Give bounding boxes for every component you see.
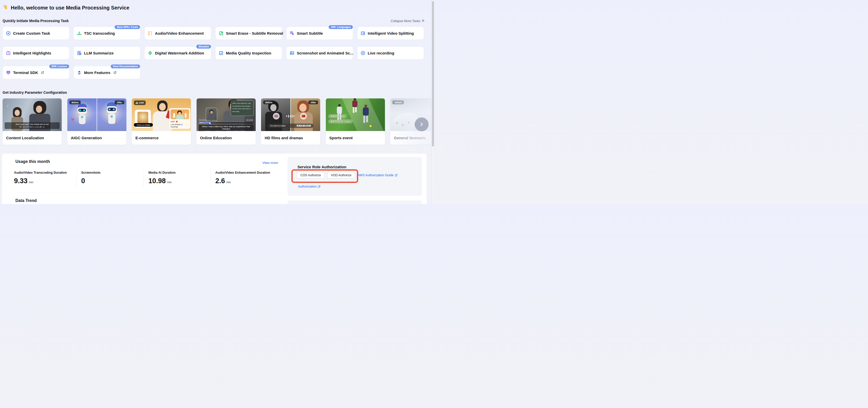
- industry-card-content-localization[interactable]: Aren't you cold? Your hands are so red 寒…: [3, 98, 62, 145]
- svg-text:SDK: SDK: [7, 72, 10, 73]
- stat-value: 10.98: [149, 177, 166, 185]
- industry-card-sports-event[interactable]: 视频源: 5mbps 极速高清处理: 1mbps Sports event: [326, 98, 385, 145]
- external-link-icon: [395, 174, 398, 177]
- waveform: [282, 114, 299, 118]
- task-card-smart-subtitle[interactable]: 100+ Languages Smart Subtitle: [286, 27, 353, 39]
- stat-unit: min: [167, 181, 172, 184]
- industry-card-aigc-generation[interactable]: Before After AIGC Generation: [67, 98, 126, 145]
- task-label: TSC transcoding: [84, 31, 115, 35]
- industry-card-ecommerce[interactable]: LIVE Check out details HOT Live stream i…: [132, 98, 191, 145]
- task-card-live-recording[interactable]: Live recording: [358, 47, 424, 59]
- task-label: Smart Subtitle: [297, 31, 323, 35]
- before-pill: Before: [69, 100, 81, 104]
- industry-card-label: Sports event: [326, 131, 385, 145]
- record-circle-icon: [361, 51, 365, 56]
- stat-divider: [211, 169, 211, 188]
- page-title-text: Hello, welcome to use Media Processing S…: [11, 5, 129, 11]
- player-claret: [351, 98, 358, 113]
- task-label: Screenshot and Animated Sc...: [297, 51, 353, 55]
- stat-transcoding-duration: Audio/Video Transcoding Duration 9.33min: [14, 171, 73, 185]
- task-label: Intelligent Video Splitting: [368, 31, 414, 35]
- time-current: 00:12:45: [199, 119, 206, 121]
- subtitle-line-en: When I was a little boy, there was an ex…: [200, 125, 253, 130]
- plus-circle-icon: [6, 31, 11, 36]
- progress-track: [199, 122, 253, 123]
- quick-tasks-heading: Quickly Initiate Media Processing Task: [3, 19, 69, 23]
- task-card-media-quality-inspection[interactable]: Media Quality Inspection: [216, 47, 282, 59]
- online-education-image: When I was a little boy, I had an experi…: [196, 98, 256, 131]
- stat-unit: min: [226, 181, 231, 184]
- subtitle-line-cn: 当我还是一个小男孩的时候，曾经有一段经历改变了我的...: [200, 130, 253, 131]
- stat-label: Media AI Duration: [149, 171, 208, 175]
- task-badge: Allowlist: [196, 45, 211, 49]
- bilingual-subtitle: It's hard to make 我真的难以抉择: [268, 124, 313, 128]
- chalkboard-text: When I was a little boy, I had an experi…: [232, 102, 251, 112]
- industry-card-hd-films[interactable]: Before After It's hard to mak: [261, 98, 320, 145]
- stream-card: HOT Live stream is buzzing!: [169, 108, 190, 129]
- subtitle-line-jp: 寒くないの? 手がこんなに赤いよ: [6, 126, 59, 128]
- vod-authorize-button[interactable]: VOD Authorize: [328, 172, 355, 179]
- task-label: LLM Summarize: [84, 51, 114, 55]
- scrollbar-track[interactable]: [431, 0, 434, 204]
- task-label: Audio/Video Enhancement: [155, 31, 204, 35]
- task-card-audio-video-enhancement[interactable]: Audio/Video Enhancement: [145, 27, 211, 39]
- aws-authorization-guide-link[interactable]: AWS Authorization Guide: [358, 174, 398, 177]
- collapse-more-tasks-label: Collapse More Tasks: [391, 19, 421, 23]
- progress-fill: [199, 122, 210, 123]
- hot-label: HOT: [170, 121, 175, 123]
- uk-flag-icon: [274, 115, 278, 118]
- task-badge: View Documentation: [111, 64, 140, 68]
- check-details-pill: Check out details: [134, 123, 153, 127]
- task-label: Media Quality Inspection: [226, 51, 271, 55]
- task-card-more-features[interactable]: View Documentation More Features: [74, 66, 140, 79]
- task-badge: SDK License: [49, 64, 69, 68]
- ecommerce-image: LIVE Check out details HOT Live stream i…: [132, 98, 191, 131]
- carousel-next-button[interactable]: [415, 118, 429, 131]
- chevron-right-icon: [420, 122, 424, 126]
- live-label: LIVE: [139, 101, 144, 104]
- watermark-diamond-icon: [148, 51, 153, 56]
- chalkboard-note: When I was a little boy, I had an experi…: [231, 100, 254, 116]
- video-split-icon: [361, 31, 365, 36]
- china-flag-icon: [302, 115, 305, 118]
- task-card-digital-watermark-addition[interactable]: Allowlist Digital Watermark Addition: [145, 47, 211, 59]
- task-card-terminal-sdk[interactable]: SDK License SDK Terminal SDK: [3, 66, 69, 79]
- doc-clock-icon: [77, 51, 82, 56]
- stat-label: Audio/Video Transcoding Duration: [14, 171, 73, 175]
- view-more-link[interactable]: View more: [262, 161, 278, 165]
- soccer-ball: [370, 125, 372, 127]
- translate-icon: [289, 31, 294, 36]
- usage-panel: Usage this month View more Audio/Video T…: [2, 154, 427, 204]
- sdk-monitor-icon: SDK: [6, 70, 11, 75]
- scrollbar-thumb[interactable]: [432, 1, 434, 147]
- cn-flag-chip: [300, 113, 307, 120]
- task-card-smart-erase[interactable]: Smart Erase - Subtitle Removal: [216, 27, 282, 39]
- industry-card-label: Content Localization: [3, 131, 62, 145]
- stat-label: Audio/Video Enhancement Duration: [215, 171, 274, 175]
- external-link-icon: [41, 71, 44, 74]
- collapse-more-tasks-button[interactable]: Collapse More Tasks: [391, 19, 425, 23]
- layers-stack-icon: [77, 70, 82, 75]
- task-card-create-custom-task[interactable]: Create Custom Task: [3, 27, 69, 39]
- cos-authorize-button[interactable]: COS Authorize: [297, 172, 324, 179]
- secondary-panel-card: [287, 200, 422, 204]
- task-card-llm-summarize[interactable]: LLM Summarize: [74, 47, 140, 59]
- authorization-link[interactable]: Authorization: [298, 185, 321, 188]
- aigc-image: Before After: [67, 98, 126, 131]
- task-card-tsc-transcoding[interactable]: Save 50%+ Costs TSC transcoding: [74, 27, 140, 39]
- after-pill: After: [308, 100, 318, 104]
- stat-value: 0: [81, 177, 85, 185]
- player-navy: [362, 104, 370, 124]
- industry-heading: Get Industry Parameter Configuration: [3, 90, 67, 95]
- pip-time-label: 00:01:23 - 00:02:56: [206, 120, 217, 121]
- industry-card-online-education[interactable]: When I was a little boy, I had an experi…: [196, 98, 256, 145]
- task-card-intelligent-highlights[interactable]: Intelligent Highlights: [3, 47, 69, 59]
- enhance-brackets-icon: [148, 31, 153, 36]
- screenshot-image-icon: [289, 51, 294, 56]
- task-card-intelligent-video-splitting[interactable]: Intelligent Video Splitting: [358, 27, 424, 39]
- task-card-screenshot-animated[interactable]: Screenshot and Animated Sc...: [286, 47, 353, 59]
- content-localization-image: Aren't you cold? Your hands are so red 寒…: [3, 98, 62, 131]
- stat-media-ai-duration: Media AI Duration 10.98min: [149, 171, 208, 185]
- double-chevron-up-icon: [422, 19, 425, 23]
- task-label: Intelligent Highlights: [13, 51, 51, 55]
